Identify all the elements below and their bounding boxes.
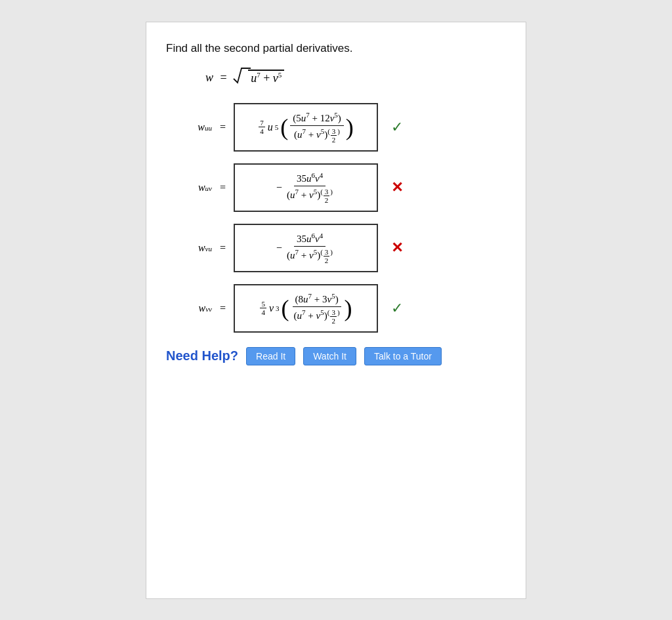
status-wvv: ✓ <box>391 300 403 317</box>
talk-to-tutor-button[interactable]: Talk to a Tutor <box>364 347 442 365</box>
label-wvu: wvu <box>166 242 212 254</box>
status-wuu: ✓ <box>391 119 403 136</box>
def-rhs: u7 + v5 <box>234 67 284 89</box>
card: Find all the second partial derivatives.… <box>146 22 526 599</box>
label-wuu: wuu <box>166 121 212 133</box>
answer-box-wvv: 5 4 v3 ( (8u7 + 3v5) (u7 + v5)(32) ) <box>234 284 378 333</box>
answer-box-wuu: 7 4 u5 ( (5u7 + 12v5) (u7 + v5)(32) ) <box>234 103 378 152</box>
equals-wvv: = <box>220 302 226 314</box>
answer-box-wuv: − 35u6v4 (u7 + v5)(32) <box>234 163 378 212</box>
def-lhs: w <box>205 71 213 85</box>
row-wvv: wvv = 5 4 v3 ( (8u7 + 3v5) (u7 + v5)(32)… <box>166 284 499 333</box>
equation-definition: w = u7 + v5 <box>205 67 499 89</box>
need-help-section: Need Help? Read It Watch It Talk to a Tu… <box>166 347 499 365</box>
label-wvv: wvv <box>166 302 212 314</box>
row-wuu: wuu = 7 4 u5 ( (5u7 + 12v5) (u7 + v5)(32… <box>166 103 499 152</box>
equals-wuu: = <box>220 121 226 133</box>
equals-wvu: = <box>220 242 226 254</box>
read-it-button[interactable]: Read It <box>246 347 295 365</box>
label-wuv: wuv <box>166 182 212 194</box>
status-wuv: ✕ <box>391 179 403 196</box>
row-wvu: wvu = − 35u6v4 (u7 + v5)(32) ✕ <box>166 224 499 272</box>
answer-box-wvu: − 35u6v4 (u7 + v5)(32) <box>234 224 378 272</box>
equals-wuv: = <box>220 182 226 194</box>
watch-it-button[interactable]: Watch It <box>303 347 356 365</box>
problem-title: Find all the second partial derivatives. <box>166 42 499 55</box>
row-wuv: wuv = − 35u6v4 (u7 + v5)(32) ✕ <box>166 163 499 212</box>
def-equals: = <box>217 71 230 85</box>
need-help-label: Need Help? <box>166 348 238 363</box>
status-wvu: ✕ <box>391 239 403 257</box>
